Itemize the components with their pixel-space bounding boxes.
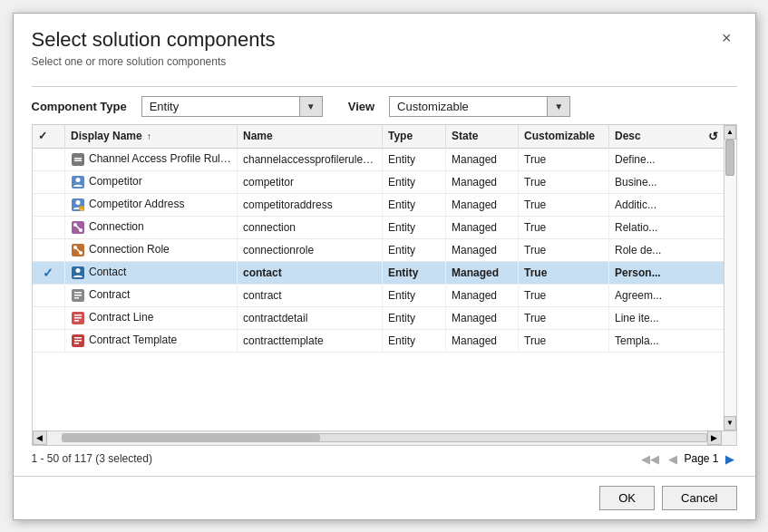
row-state: Managed xyxy=(446,148,519,170)
svg-point-4 xyxy=(76,178,81,182)
view-select[interactable]: Customizable xyxy=(389,96,570,117)
table-row[interactable]: Contract TemplatecontracttemplateEntityM… xyxy=(33,329,724,352)
table-row[interactable]: CompetitorcompetitorEntityManagedTrueBus… xyxy=(33,170,724,193)
table-body: Channel Access Profile Rule Itemchannela… xyxy=(33,148,724,352)
svg-rect-1 xyxy=(74,158,82,160)
row-desc: Role de... xyxy=(609,238,724,261)
row-type: Entity xyxy=(383,284,446,306)
col-state[interactable]: State xyxy=(446,125,519,149)
scroll-left-button[interactable]: ◀ xyxy=(33,430,47,445)
dialog-title-group: Select solution components Select one or… xyxy=(32,28,276,68)
scroll-down-button[interactable]: ▼ xyxy=(724,416,736,430)
row-check-cell[interactable] xyxy=(33,216,65,238)
col-name[interactable]: Name xyxy=(238,125,383,149)
svg-rect-24 xyxy=(74,314,82,316)
row-desc: Busine... xyxy=(609,170,724,193)
row-state: Managed xyxy=(446,329,519,352)
col-display-name[interactable]: Display Name ↑ xyxy=(65,125,238,149)
prev-page-button[interactable]: ◀ xyxy=(666,451,680,467)
scroll-thumb[interactable] xyxy=(725,140,734,176)
close-button[interactable]: × xyxy=(716,28,737,48)
row-type: Entity xyxy=(383,216,446,238)
col-check: ✓ xyxy=(33,125,65,149)
row-state: Managed xyxy=(446,193,519,216)
horiz-scroll-thumb[interactable] xyxy=(63,434,320,441)
svg-rect-22 xyxy=(74,297,79,299)
row-desc: Additic... xyxy=(609,193,724,216)
scroll-up-button[interactable]: ▲ xyxy=(724,125,736,140)
row-entity-icon xyxy=(71,334,85,348)
row-display-name: Competitor xyxy=(65,170,238,193)
row-check-cell[interactable] xyxy=(33,306,65,329)
page-label: Page 1 xyxy=(684,452,718,465)
next-page-button[interactable]: ▶ xyxy=(723,451,737,467)
row-customizable: True xyxy=(519,193,609,216)
table-and-scroll: ✓ Display Name ↑ Name Type State Customi… xyxy=(33,125,736,430)
horiz-scroll-track[interactable] xyxy=(62,433,707,442)
table-row[interactable]: Contract LinecontractdetailEntityManaged… xyxy=(33,306,724,329)
row-type: Entity xyxy=(383,148,446,170)
row-check-cell[interactable] xyxy=(33,170,65,193)
ok-button[interactable]: OK xyxy=(599,486,655,510)
select-solution-dialog: Select solution components Select one or… xyxy=(13,13,756,520)
svg-rect-26 xyxy=(74,320,79,322)
row-customizable: True xyxy=(519,148,609,170)
row-name: channelaccessprofilerulete... xyxy=(238,148,383,170)
scroll-area[interactable] xyxy=(724,140,736,416)
svg-rect-20 xyxy=(74,292,82,294)
check-mark: ✓ xyxy=(43,266,53,280)
row-type: Entity xyxy=(383,238,446,261)
table-row[interactable]: ContractcontractEntityManagedTrueAgreem.… xyxy=(33,284,724,306)
row-name: contractdetail xyxy=(238,306,383,329)
cancel-button[interactable]: Cancel xyxy=(662,486,736,510)
svg-point-18 xyxy=(76,268,81,273)
row-name: connectionrole xyxy=(238,238,383,261)
component-type-label: Component Type xyxy=(32,100,127,113)
row-check-cell[interactable] xyxy=(33,284,65,306)
row-customizable: True xyxy=(519,238,609,261)
svg-rect-2 xyxy=(74,160,82,161)
view-label: View xyxy=(348,100,374,113)
horizontal-scrollbar[interactable]: ◀ ▶ xyxy=(33,430,736,445)
col-type[interactable]: Type xyxy=(383,125,446,149)
table-row[interactable]: +Competitor AddresscompetitoraddressEnti… xyxy=(33,193,724,216)
row-name: competitoraddress xyxy=(238,193,383,216)
first-page-button[interactable]: ◀◀ xyxy=(638,451,662,467)
dialog-footer: OK Cancel xyxy=(14,476,755,519)
svg-rect-25 xyxy=(74,317,82,319)
table-row[interactable]: Connection RoleconnectionroleEntityManag… xyxy=(33,238,724,261)
row-check-cell[interactable] xyxy=(33,193,65,216)
row-customizable: True xyxy=(519,261,609,284)
table-row[interactable]: ✓ContactcontactEntityManagedTruePerson..… xyxy=(33,261,724,284)
filter-row: Component Type Entity ▼ View Customizabl… xyxy=(32,86,737,124)
row-entity-icon: + xyxy=(71,198,85,212)
vertical-scrollbar[interactable]: ▲ ▼ xyxy=(724,125,736,430)
row-entity-icon xyxy=(71,266,85,280)
svg-rect-0 xyxy=(72,153,84,166)
dialog-title: Select solution components xyxy=(32,28,276,52)
row-entity-icon xyxy=(71,311,85,325)
table-row[interactable]: ConnectionconnectionEntityManagedTrueRel… xyxy=(33,216,724,238)
row-entity-icon xyxy=(71,152,85,167)
row-check-cell[interactable]: ✓ xyxy=(33,261,65,284)
row-entity-icon xyxy=(71,288,85,303)
row-display-name: Connection Role xyxy=(65,238,238,261)
table-scroll[interactable]: ✓ Display Name ↑ Name Type State Customi… xyxy=(33,125,724,430)
row-desc: Agreem... xyxy=(609,284,724,306)
row-state: Managed xyxy=(446,170,519,193)
svg-rect-28 xyxy=(74,337,82,339)
scroll-right-button[interactable]: ▶ xyxy=(707,430,722,445)
col-customizable[interactable]: Customizable xyxy=(519,125,609,149)
svg-point-6 xyxy=(76,200,81,205)
sort-arrow-icon: ↑ xyxy=(147,131,151,141)
row-entity-icon xyxy=(71,175,85,189)
refresh-icon[interactable]: ↺ xyxy=(708,130,718,143)
row-check-cell[interactable] xyxy=(33,329,65,352)
row-customizable: True xyxy=(519,284,609,306)
table-row[interactable]: Channel Access Profile Rule Itemchannela… xyxy=(33,148,724,170)
col-desc[interactable]: Desc ↺ xyxy=(609,125,724,149)
component-type-select[interactable]: Entity xyxy=(141,96,323,117)
row-check-cell[interactable] xyxy=(33,148,65,170)
row-state: Managed xyxy=(446,284,519,306)
row-check-cell[interactable] xyxy=(33,238,65,261)
